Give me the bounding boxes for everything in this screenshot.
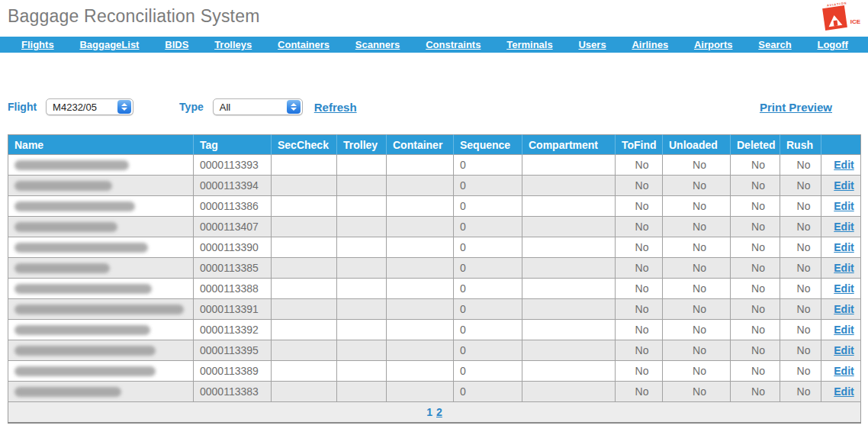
name-redacted-bar (14, 160, 129, 170)
flight-label: Flight (8, 101, 37, 113)
edit-cell: Edit (821, 382, 861, 402)
seccheck-cell (272, 320, 337, 340)
column-header-deleted: Deleted (731, 135, 780, 155)
tag-cell: 0000113390 (194, 237, 272, 258)
select-stepper-icon (287, 100, 301, 114)
tofind-cell: No (616, 196, 663, 217)
edit-link[interactable]: Edit (834, 221, 854, 233)
table-row: 0000113383 0 No No No No Edit (8, 382, 861, 402)
column-header-unloaded: Unloaded (663, 135, 731, 155)
trolley-cell (337, 196, 387, 217)
edit-link[interactable]: Edit (834, 344, 854, 356)
table-row: 0000113394 0 No No No No Edit (8, 176, 861, 196)
flight-select-value: M4232/05 (53, 102, 117, 113)
sequence-cell: 0 (454, 299, 522, 320)
seccheck-cell (272, 155, 337, 176)
table-row: 0000113395 0 No No No No Edit (8, 340, 861, 361)
container-cell (387, 196, 454, 217)
edit-link[interactable]: Edit (834, 262, 854, 274)
tofind-cell: No (616, 320, 663, 340)
rush-cell: No (780, 196, 821, 217)
compartment-cell (522, 361, 616, 382)
sequence-cell: 0 (454, 237, 522, 258)
name-cell (8, 217, 194, 237)
tofind-cell: No (616, 361, 663, 382)
nav-item-search[interactable]: Search (758, 39, 791, 50)
edit-link[interactable]: Edit (834, 324, 854, 336)
nav-item-flights[interactable]: Flights (21, 39, 54, 50)
compartment-cell (522, 217, 616, 237)
edit-link[interactable]: Edit (834, 385, 854, 398)
compartment-cell (522, 237, 616, 258)
name-redacted-bar (14, 181, 112, 191)
tag-cell: 0000113395 (194, 340, 272, 361)
edit-link[interactable]: Edit (834, 365, 854, 377)
logo-brand-text: ICE (850, 18, 860, 25)
unloaded-cell: No (663, 340, 731, 361)
unloaded-cell: No (663, 196, 731, 217)
pagination-page-2[interactable]: 2 (436, 406, 442, 418)
refresh-link[interactable]: Refresh (314, 101, 357, 114)
edit-cell: Edit (821, 258, 861, 279)
name-redacted-bar (14, 366, 156, 376)
nav-item-baggagelist[interactable]: BaggageList (79, 39, 139, 50)
edit-link[interactable]: Edit (834, 179, 854, 192)
name-cell (8, 155, 194, 176)
container-cell (387, 217, 454, 237)
seccheck-cell (272, 237, 337, 258)
unloaded-cell: No (663, 237, 731, 258)
nav-item-trolleys[interactable]: Trolleys (214, 39, 252, 50)
trolley-cell (337, 258, 387, 279)
flight-select[interactable]: M4232/05 (46, 98, 133, 115)
table-row: 0000113388 0 No No No No Edit (8, 279, 861, 299)
nav-item-airports[interactable]: Airports (694, 39, 733, 50)
nav-item-constraints[interactable]: Constraints (426, 39, 481, 50)
compartment-cell (522, 155, 616, 176)
edit-link[interactable]: Edit (834, 241, 854, 253)
trolley-cell (337, 340, 387, 361)
name-cell (8, 279, 194, 299)
aice-logo: AVIATION ICE (822, 2, 862, 36)
container-cell (387, 320, 454, 340)
tag-cell: 0000113393 (194, 155, 272, 176)
nav-item-bids[interactable]: BIDS (165, 39, 188, 50)
print-preview-link[interactable]: Print Preview (760, 101, 832, 114)
container-cell (387, 299, 454, 320)
nav-item-scanners[interactable]: Scanners (355, 39, 400, 50)
container-cell (387, 340, 454, 361)
nav-item-logoff[interactable]: Logoff (817, 39, 847, 50)
tag-cell: 0000113391 (194, 299, 272, 320)
name-cell (8, 340, 194, 361)
trolley-cell (337, 155, 387, 176)
deleted-cell: No (731, 176, 780, 196)
edit-link[interactable]: Edit (834, 200, 854, 212)
tofind-cell: No (616, 176, 663, 196)
edit-link[interactable]: Edit (834, 303, 854, 315)
tag-cell: 0000113385 (194, 258, 272, 279)
edit-cell: Edit (821, 217, 861, 237)
rush-cell: No (780, 320, 821, 340)
edit-cell: Edit (821, 155, 861, 176)
nav-item-users[interactable]: Users (578, 39, 606, 50)
edit-cell: Edit (821, 320, 861, 340)
sequence-cell: 0 (454, 258, 522, 279)
seccheck-cell (272, 196, 337, 217)
type-select[interactable]: All (213, 98, 303, 115)
tag-cell: 0000113388 (194, 279, 272, 299)
tag-cell: 0000113389 (194, 361, 272, 382)
nav-item-containers[interactable]: Containers (278, 39, 330, 50)
sequence-cell: 0 (454, 176, 522, 196)
deleted-cell: No (731, 320, 780, 340)
deleted-cell: No (731, 237, 780, 258)
unloaded-cell: No (663, 279, 731, 299)
logo-mark-icon (822, 5, 847, 31)
table-row: 0000113385 0 No No No No Edit (8, 258, 861, 279)
name-cell (8, 320, 194, 340)
nav-item-terminals[interactable]: Terminals (506, 39, 552, 50)
sequence-cell: 0 (454, 361, 522, 382)
edit-link[interactable]: Edit (834, 282, 854, 295)
edit-link[interactable]: Edit (834, 159, 854, 171)
deleted-cell: No (731, 155, 780, 176)
compartment-cell (522, 299, 616, 320)
nav-item-airlines[interactable]: Airlines (632, 39, 668, 50)
